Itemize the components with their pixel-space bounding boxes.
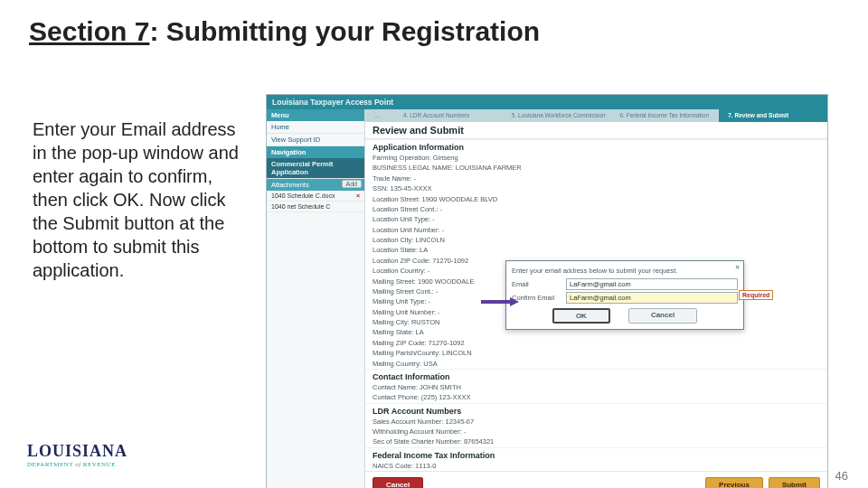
page-number: 46: [835, 469, 848, 483]
wizard-step-4[interactable]: 4. LDR Account Numbers: [394, 109, 503, 122]
wizard-step-6[interactable]: 6. Federal Income Tax Information: [610, 109, 719, 122]
info-row: Location Unit Type: -: [365, 214, 827, 224]
info-row: Contact Name: JOHN SMITH: [365, 382, 827, 392]
info-row: SSN: 135-45-XXXX: [365, 183, 827, 193]
remove-attachment-icon[interactable]: ×: [356, 192, 360, 199]
info-row: Sales Account Number: 12345-67: [365, 417, 827, 427]
sidebar: Menu Home View Support ID Navigation Com…: [267, 109, 365, 488]
attachment-row[interactable]: 1040 net Schedule C: [267, 202, 364, 212]
ok-button[interactable]: OK: [552, 308, 610, 324]
info-row: Location Street: 1900 WOODDALE BLVD: [365, 194, 827, 204]
info-row: Contact Phone: (225) 123-XXXX: [365, 392, 827, 402]
page-heading: Review and Submit: [365, 122, 827, 139]
info-row: Trade Name: -: [365, 174, 827, 183]
slide-title: Section 7: Submitting your Registration: [29, 16, 540, 47]
title-rest: : Submitting your Registration: [149, 16, 540, 46]
info-row: Mailing Parish/County: LINCOLN: [365, 348, 827, 358]
app-header-bar: Louisiana Taxpayer Access Point: [267, 95, 827, 109]
cancel-button[interactable]: Cancel: [373, 477, 423, 488]
logo-subtitle: DEPARTMENT of REVENUE: [27, 461, 127, 468]
section-contact-info: Contact Information: [365, 369, 827, 382]
popup-cancel-button[interactable]: Cancel: [628, 308, 697, 324]
annotation-arrow-icon: [481, 297, 521, 306]
main-panel: … 4. LDR Account Numbers 5. Louisiana Wo…: [365, 109, 827, 488]
info-row: Withholding Account Number: -: [365, 427, 827, 436]
submit-button[interactable]: Submit: [769, 477, 820, 488]
info-row: Location State: LA: [365, 245, 827, 255]
email-input[interactable]: LaFarm@gmail.com: [566, 278, 738, 290]
louisiana-revenue-logo: LOUISIANA DEPARTMENT of REVENUE: [27, 442, 127, 468]
confirm-email-input[interactable]: LaFarm@gmail.com: [566, 292, 738, 304]
info-row: Location Street Cont.: -: [365, 204, 827, 214]
application-screenshot: Louisiana Taxpayer Access Point Menu Hom…: [266, 94, 828, 488]
app-body: Menu Home View Support ID Navigation Com…: [267, 109, 827, 488]
wizard-steps: … 4. LDR Account Numbers 5. Louisiana Wo…: [365, 109, 827, 122]
title-underlined-part: Section 7: [29, 16, 149, 46]
info-row: Farming Operation: Ginseng: [365, 153, 827, 163]
section-federal-tax: Federal Income Tax Information: [365, 447, 827, 461]
sidebar-attachments-header: Attachments Add: [267, 179, 364, 191]
attachments-header-label: Attachments: [271, 181, 309, 189]
wizard-step-5[interactable]: 5. Louisiana Workforce Commission: [503, 109, 611, 122]
section-ldr-accounts: LDR Account Numbers: [365, 403, 827, 417]
info-row: NAICS Code: 1113-0: [365, 461, 827, 471]
sidebar-item-commercial-permit[interactable]: Commercial Permit Application: [267, 158, 364, 179]
info-row: Mailing Country: USA: [365, 359, 827, 369]
footer-buttons: Cancel Previous Submit: [365, 471, 827, 488]
info-row: BUSINESS LEGAL NAME: LOUISIANA FARMER: [365, 163, 827, 173]
info-row: Sec of State Charter Number: 87654321: [365, 436, 827, 446]
attachment-name: 1040 Schedule C.docx: [271, 192, 335, 199]
wizard-step-prev[interactable]: …: [365, 109, 394, 122]
close-icon[interactable]: ×: [735, 263, 740, 271]
previous-button[interactable]: Previous: [705, 477, 763, 488]
info-row: Location Unit Number: -: [365, 225, 827, 235]
popup-prompt: Enter your email address below to submit…: [512, 267, 738, 275]
required-badge: Required: [739, 290, 773, 300]
instruction-paragraph: Enter your Email address in the pop-up w…: [33, 117, 241, 282]
attachment-name: 1040 net Schedule C: [271, 203, 330, 210]
sidebar-nav-header: Navigation: [267, 146, 364, 158]
email-confirmation-popup: × Enter your email address below to subm…: [505, 260, 744, 330]
section-application-info: Application Information: [365, 139, 827, 153]
logo-main: LOUISIANA: [27, 442, 127, 461]
info-row: Location City: LINCOLN: [365, 235, 827, 245]
sidebar-item-home[interactable]: Home: [267, 121, 364, 134]
sidebar-menu-header: Menu: [267, 109, 364, 121]
info-row: Mailing ZIP Code: 71270-1092: [365, 338, 827, 348]
wizard-step-7[interactable]: 7. Review and Submit: [719, 109, 827, 122]
sidebar-item-support-id[interactable]: View Support ID: [267, 134, 364, 146]
attachment-row[interactable]: 1040 Schedule C.docx ×: [267, 191, 364, 202]
email-label: Email: [512, 280, 566, 288]
add-attachment-button[interactable]: Add: [342, 180, 362, 188]
